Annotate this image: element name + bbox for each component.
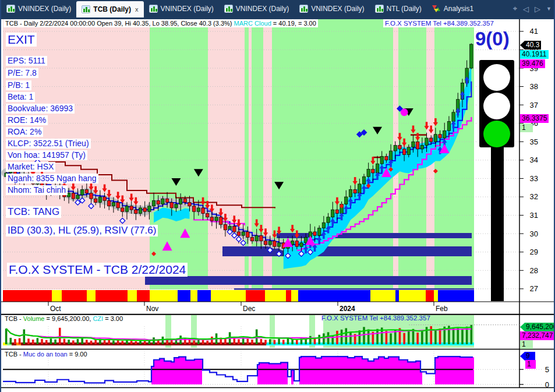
traffic-light-middle: [483, 93, 510, 119]
indicator-values-text: = 40.19, = 3.00: [271, 20, 316, 27]
traffic-light-pole: [491, 147, 504, 301]
info-eps: EPS: 5111: [6, 56, 47, 66]
price-axis-label: 38: [530, 82, 538, 91]
fox-system-contact: F.O.X SYSTEM Tel +84.389.352.357: [383, 19, 496, 27]
info-bookvalue: Bookvalue: 36993: [6, 104, 75, 114]
info-beta: Beta: 1: [6, 92, 35, 102]
safety-symbol: TCB -: [5, 351, 23, 358]
volume-panel-title: TCB - Volume = 9,645,200.00, CZI = 3.00: [5, 315, 123, 322]
safety-axis-label: 0: [545, 380, 549, 389]
price-tag: 39.476: [520, 59, 545, 68]
price-axis-label: 31: [530, 211, 538, 220]
date-axis-label: Dec: [243, 305, 255, 313]
price-tag: 1: [520, 340, 533, 349]
price-axis-label: 41: [530, 27, 538, 36]
price-tag: 9,645,200: [520, 323, 555, 331]
info-roe: ROE: 14%: [6, 115, 48, 125]
price-tag: 40.1911: [520, 50, 549, 59]
ohlc-text: TCB - Daily 2/22/2024 00:00:00 Open 39, …: [5, 20, 234, 27]
info-nganh: Nganh: 8355 Ngan hang: [6, 174, 98, 183]
volume-label: Volume: [23, 315, 45, 322]
price-axis-label: 28: [530, 266, 538, 275]
price-axis-label: 30: [530, 229, 538, 238]
traffic-light: [479, 60, 514, 301]
info-nhom: Nhom: Tai chinh: [6, 185, 68, 195]
price-axis-label: 37: [530, 101, 538, 110]
chart-canvas[interactable]: 272829303132333435363738394041OctNovDec2…: [1, 0, 555, 392]
info-vonhoa: Von hoa: 141957 (Ty): [6, 150, 87, 160]
safety-panel: 50: [3, 356, 549, 389]
info-pb: P/B: 1: [6, 80, 31, 90]
signal-count-label: 9(0): [475, 28, 510, 50]
price-tag: 1: [525, 360, 536, 369]
price-axis-label: 27: [530, 284, 538, 293]
date-axis-label: Nov: [146, 305, 158, 313]
volume-symbol: TCB -: [5, 315, 23, 322]
marc-cloud-label: MARC Cloud: [234, 20, 271, 27]
date-axis-label: 2024: [340, 305, 355, 313]
trading-app-window: VNINDEX (Daily) TCB (Daily) x VNINDEX (D…: [0, 0, 555, 392]
czi-label: CZI: [93, 315, 103, 322]
czi-value: = 3.00: [103, 315, 123, 322]
exit-signal-label: EXIT: [6, 33, 37, 47]
safety-panel-title: TCB - Muc do an toan = 9.00: [5, 351, 87, 358]
price-axis-label: 34: [530, 156, 538, 164]
price-axis-label: 29: [530, 248, 538, 256]
chart-title: TCB - Daily 2/22/2024 00:00:00 Open 39, …: [3, 19, 318, 27]
trend-ribbon: [3, 290, 474, 302]
info-klcp: KLCP: 3522.51 (Trieu): [6, 139, 91, 149]
date-axis-label: Oct: [50, 305, 61, 313]
price-tag: 1: [520, 123, 533, 132]
watermark-label: F.O.X SYSTEM - TCB 2/22/2024: [7, 263, 188, 277]
price-axis-label: 35: [530, 137, 538, 146]
traffic-light-green: [483, 121, 510, 147]
fox-system-contact-volume: F.O.X SYSTEM Tel +84.389.352.357: [321, 315, 430, 322]
trend-label: TCB: TANG: [6, 206, 61, 218]
safety-value: = 9.00: [68, 351, 87, 358]
price-tag: 7,232,747: [520, 331, 554, 340]
safety-label: Muc do an toan: [23, 351, 68, 358]
info-pe: P/E: 7.8: [6, 68, 38, 78]
indicators-label: IBD (30.3), HL (25.9), RSIV (77.6): [6, 225, 158, 236]
price-axis-label: 33: [530, 174, 538, 183]
info-market: Market: HSX: [6, 162, 55, 172]
date-axis-label: Feb: [436, 305, 448, 313]
info-roa: ROA: 2%: [6, 127, 43, 137]
safety-axis-label: 5: [545, 365, 549, 374]
traffic-light-top: [483, 64, 510, 91]
volume-value: = 9,645,200.00,: [44, 315, 93, 322]
price-tag: 36.3375: [520, 114, 549, 123]
price-axis-label: 32: [530, 192, 538, 201]
